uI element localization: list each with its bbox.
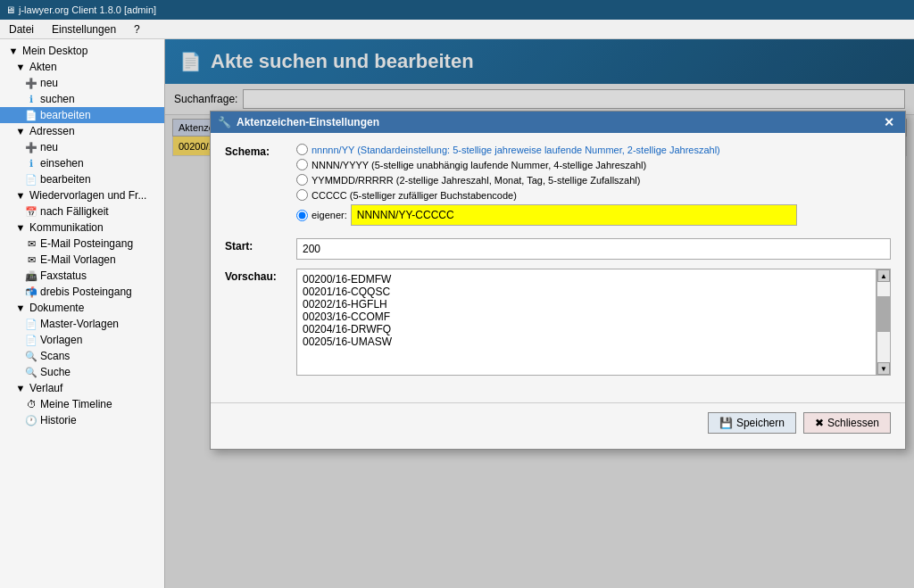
radio-input-2[interactable] <box>296 159 308 170</box>
dialog-overlay: 🔧 Aktenzeichen-Einstellungen ✕ Schema: n… <box>165 39 914 588</box>
sidebar-item-meine-timeline[interactable]: ⏱ Meine Timeline <box>0 396 164 412</box>
preview-item-1: 00201/16-CQQSC <box>303 286 870 298</box>
custom-schema-input[interactable] <box>351 204 797 226</box>
dialog-body: Schema: nnnnn/YY (Standardeinstellung: 5… <box>211 133 905 395</box>
sidebar-item-dokumente[interactable]: ▼ Dokumente <box>0 300 164 316</box>
save-icon: 💾 <box>719 417 733 429</box>
sidebar-item-wiedervorlagen[interactable]: ▼ Wiedervorlagen und Fr... <box>0 187 164 203</box>
dialog-titlebar: 🔧 Aktenzeichen-Einstellungen ✕ <box>211 112 905 133</box>
sidebar-label: Adressen <box>29 125 75 137</box>
menu-datei[interactable]: Datei <box>4 21 39 37</box>
sidebar-item-email-posteingang[interactable]: ✉ E-Mail Posteingang <box>0 236 164 252</box>
sidebar-item-suche[interactable]: 🔍 Suche <box>0 364 164 380</box>
sidebar-label: Verlauf <box>29 382 62 394</box>
radio-label-1: nnnnn/YY (Standardeinstellung: 5-stellig… <box>312 145 720 155</box>
sidebar-item-master-vorlagen[interactable]: 📄 Master-Vorlagen <box>0 316 164 332</box>
radio-option-2: NNNN/YYYY (5-stellige unabhängig laufend… <box>296 159 891 170</box>
radio-input-4[interactable] <box>296 189 308 201</box>
sidebar-item-adressen-bearbeiten[interactable]: 📄 bearbeiten <box>0 171 164 187</box>
preview-scrollbar[interactable]: ▲ ▼ <box>877 269 891 376</box>
sidebar-label: E-Mail Posteingang <box>40 237 133 250</box>
email-icon: ✉ <box>25 254 37 266</box>
folder-icon: ▼ <box>14 126 27 137</box>
sidebar-item-verlauf[interactable]: ▼ Verlauf <box>0 380 164 396</box>
sidebar-label: E-Mail Vorlagen <box>40 253 116 266</box>
sidebar-item-drebis-posteingang[interactable]: 📬 drebis Posteingang <box>0 284 164 300</box>
close-button[interactable]: ✖ Schliessen <box>803 412 891 434</box>
preview-item-4: 00204/16-DRWFQ <box>303 323 870 335</box>
sidebar-item-nach-faelligkeit[interactable]: 📅 nach Fälligkeit <box>0 203 164 219</box>
fax-icon: 📠 <box>25 270 37 282</box>
sidebar-label: einsehen <box>40 157 84 170</box>
sidebar-item-vorlagen[interactable]: 📄 Vorlagen <box>0 332 164 348</box>
sidebar-item-historie[interactable]: 🕐 Historie <box>0 412 164 428</box>
save-label: Speichern <box>736 417 785 429</box>
app-icon: 🖥 <box>5 4 15 15</box>
sidebar-label: drebis Posteingang <box>40 286 132 298</box>
sidebar-item-kommunikation[interactable]: ▼ Kommunikation <box>0 219 164 236</box>
sidebar-item-email-vorlagen[interactable]: ✉ E-Mail Vorlagen <box>0 252 164 268</box>
start-row: Start: <box>225 238 891 260</box>
doc-icon: 📄 <box>25 110 37 121</box>
content-area: 📄 Akte suchen und bearbeiten Suchanfrage… <box>165 39 914 588</box>
radio-option-4: CCCCC (5-stelliger zufälliger Buchstaben… <box>296 189 891 201</box>
radio-label-2: NNNN/YYYY (5-stellige unabhängig laufend… <box>312 160 646 170</box>
sidebar-label: neu <box>40 141 58 153</box>
preview-item-3: 00203/16-CCOMF <box>303 311 870 323</box>
scroll-up-arrow[interactable]: ▲ <box>877 269 890 282</box>
sidebar-label: Akten <box>29 61 57 73</box>
sidebar-item-akten-suchen[interactable]: ℹ suchen <box>0 91 164 107</box>
dialog-aktenzeichen: 🔧 Aktenzeichen-Einstellungen ✕ Schema: n… <box>210 111 906 450</box>
radio-input-5[interactable] <box>296 210 308 221</box>
sidebar-label: Wiedervorlagen und Fr... <box>29 189 146 202</box>
sidebar-label: Meine Timeline <box>40 398 112 410</box>
sidebar-item-akten-neu[interactable]: ➕ neu <box>0 75 164 91</box>
sidebar-item-adressen-neu[interactable]: ➕ neu <box>0 139 164 155</box>
start-input[interactable] <box>296 238 891 260</box>
sidebar-label: Faxstatus <box>40 269 87 282</box>
menu-help[interactable]: ? <box>129 21 145 37</box>
radio-input-1[interactable] <box>296 144 308 155</box>
title-bar-text: j-lawyer.org Client 1.8.0 [admin] <box>19 4 156 15</box>
start-label: Start: <box>225 238 287 253</box>
sidebar-item-adressen[interactable]: ▼ Adressen <box>0 123 164 139</box>
radio-input-3[interactable] <box>296 174 308 186</box>
schema-label: Schema: <box>225 144 287 158</box>
sidebar-label: Kommunikation <box>29 221 104 234</box>
dialog-title: Aktenzeichen-Einstellungen <box>237 116 379 128</box>
preview-item-5: 00205/16-UMASW <box>303 335 870 348</box>
menu-bar: Datei Einstellungen ? <box>0 20 914 39</box>
scan-icon: 🔍 <box>25 351 37 362</box>
sidebar-label: Scans <box>40 350 70 362</box>
sidebar-label: Historie <box>40 414 77 427</box>
sidebar-label: Suche <box>40 366 71 378</box>
sidebar-item-mein-desktop[interactable]: ▼ Mein Desktop <box>0 43 164 59</box>
plus-icon: ➕ <box>25 142 37 153</box>
desktop-icon: ▼ <box>7 46 20 56</box>
scroll-down-arrow[interactable]: ▼ <box>877 362 890 375</box>
schema-row: Schema: nnnnn/YY (Standardeinstellung: 5… <box>225 144 891 229</box>
search-icon: 🔍 <box>25 367 37 378</box>
sidebar-item-scans[interactable]: 🔍 Scans <box>0 348 164 364</box>
info-icon: ℹ <box>25 94 37 105</box>
sidebar-item-faxstatus[interactable]: 📠 Faxstatus <box>0 268 164 284</box>
sidebar-item-akten[interactable]: ▼ Akten <box>0 59 164 75</box>
drebis-icon: 📬 <box>25 286 37 298</box>
sidebar-item-akten-bearbeiten[interactable]: 📄 bearbeiten <box>0 107 164 123</box>
preview-scroll-wrapper: 00200/16-EDMFW 00201/16-CQQSC 00202/16-H… <box>296 269 891 376</box>
sidebar-label: bearbeiten <box>40 173 91 186</box>
menu-einstellungen[interactable]: Einstellungen <box>46 21 121 37</box>
radio-option-5: eigener: <box>296 204 891 226</box>
save-button[interactable]: 💾 Speichern <box>708 412 796 434</box>
scroll-thumb[interactable] <box>877 296 890 332</box>
doc-icon: 📄 <box>25 174 37 186</box>
main-layout: ▼ Mein Desktop ▼ Akten ➕ neu ℹ suchen 📄 … <box>0 39 914 588</box>
dialog-close-button[interactable]: ✕ <box>880 115 898 129</box>
radio-option-3: YYMMDD/RRRRR (2-stellige Jahreszahl, Mon… <box>296 174 891 186</box>
folder-icon: ▼ <box>14 383 27 393</box>
sidebar-item-adressen-einsehen[interactable]: ℹ einsehen <box>0 155 164 171</box>
folder-icon: ▼ <box>14 222 27 233</box>
info-icon: ℹ <box>25 158 37 170</box>
sidebar-label: nach Fälligkeit <box>40 205 109 218</box>
close-icon: ✖ <box>815 417 824 429</box>
